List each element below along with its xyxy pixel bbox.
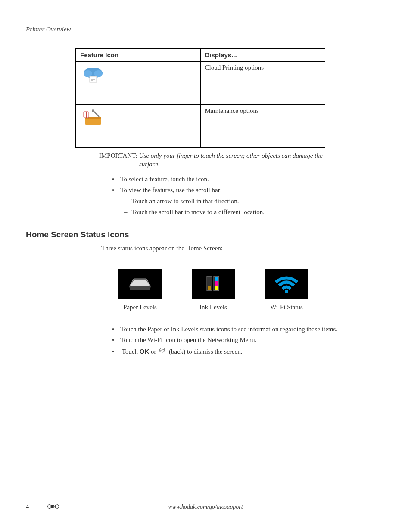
- list-item: Touch OK or (back) to dismiss the screen…: [112, 346, 385, 358]
- page-number: 4: [26, 504, 29, 510]
- language-badge: EN: [47, 504, 59, 509]
- table-header-feature-icon: Feature Icon: [76, 49, 201, 62]
- status-label: Ink Levels: [192, 304, 235, 311]
- table-cell-displays: Maintenance options: [200, 105, 325, 148]
- list-item-text: (back) to dismiss the screen.: [167, 348, 242, 355]
- important-text: Use only your finger to touch the screen…: [139, 152, 323, 159]
- list-item-text: or: [149, 348, 158, 355]
- important-text-cont: surface.: [139, 160, 385, 168]
- svg-rect-16: [215, 277, 218, 281]
- list-item: To select a feature, touch the icon.: [112, 174, 385, 185]
- section-heading-status-icons: Home Screen Status Icons: [26, 230, 385, 240]
- ink-cartridge-icon: [202, 273, 224, 296]
- list-item: To view the features, use the scroll bar…: [112, 185, 385, 218]
- back-icon: [158, 346, 167, 358]
- svg-point-9: [92, 109, 94, 112]
- table-header-displays: Displays...: [200, 49, 325, 62]
- paper-tray-icon: [125, 274, 155, 295]
- table-cell-displays: Cloud Printing options: [200, 62, 325, 105]
- section-intro: Three status icons appear on the Home Sc…: [101, 245, 385, 252]
- sub-list-item: Touch an arrow to scroll in that directi…: [124, 196, 385, 207]
- svg-rect-17: [215, 281, 218, 286]
- status-icon-ink: Ink Levels: [192, 269, 235, 311]
- sub-list-item: Touch the scroll bar to move to a differ…: [124, 207, 385, 218]
- list-item: Touch the Paper or Ink Levels status ico…: [112, 324, 385, 335]
- feature-icon-table: Feature Icon Displays... Cloud Printing …: [75, 48, 325, 148]
- status-label: Wi-Fi Status: [265, 304, 308, 311]
- table-row: Cloud Printing options: [76, 62, 325, 105]
- cloud-print-icon: [80, 64, 106, 87]
- svg-point-19: [285, 290, 288, 293]
- footer-url: www.kodak.com/go/aiosupport: [26, 504, 385, 510]
- wifi-icon: [271, 273, 302, 296]
- toolbox-icon: [80, 107, 106, 131]
- status-icon-paper: Paper Levels: [118, 269, 162, 311]
- status-label: Paper Levels: [118, 304, 162, 311]
- page-footer: 4 EN www.kodak.com/go/aiosupport: [26, 504, 385, 510]
- svg-rect-14: [208, 286, 211, 290]
- list-item: Touch the Wi-Fi icon to open the Network…: [112, 335, 385, 346]
- status-icons-row: Paper Levels Ink Levels: [118, 269, 385, 311]
- list-item-text: To view the features, use the scroll bar…: [120, 187, 222, 193]
- ok-label: OK: [140, 348, 149, 355]
- page-header: Printer Overview: [26, 26, 385, 35]
- status-icon-wifi: Wi-Fi Status: [265, 269, 308, 311]
- important-note: IMPORTANT: Use only your finger to touch…: [99, 151, 385, 169]
- important-label: IMPORTANT:: [99, 152, 137, 159]
- table-row: Maintenance options: [76, 105, 325, 148]
- list-item-text: Touch: [122, 348, 140, 355]
- instruction-list-1: To select a feature, touch the icon. To …: [112, 174, 385, 218]
- svg-rect-18: [215, 286, 218, 290]
- instruction-list-2: Touch the Paper or Ink Levels status ico…: [112, 324, 385, 358]
- svg-marker-12: [129, 286, 151, 290]
